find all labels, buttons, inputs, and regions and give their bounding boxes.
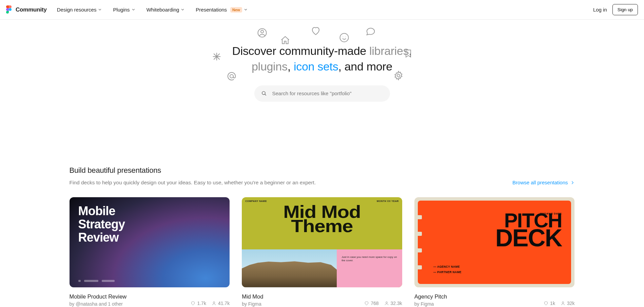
hero-highlight: icon sets [294,60,338,73]
user-circle-icon [257,28,267,38]
hero-suffix: , and more [338,60,392,73]
section-head: Build beautiful presentations Find decks… [70,166,575,186]
likes-stat: 1.7k [191,301,206,306]
heart-icon [191,301,195,306]
svg-point-9 [386,302,387,303]
card-author[interactable]: by Figma [242,301,263,307]
svg-point-6 [397,74,400,77]
user-icon [561,301,565,306]
signup-button[interactable]: Sign up [612,4,638,15]
thumb-meta-list: AGENCY NAME PARTNER NAME [433,263,462,274]
section-subtitle: Find decks to help you quickly design ou… [70,180,316,186]
nav-design-resources[interactable]: Design resources [57,7,102,13]
heart-icon [311,26,321,36]
users-stat: 32.3k [384,301,402,306]
cards-grid: MobileStrategyReview Mobile Product Revi… [70,197,575,307]
svg-point-10 [562,302,564,303]
users-count: 32k [567,301,575,306]
search-input[interactable] [272,90,383,97]
primary-nav: Design resources Plugins Whiteboarding P… [57,7,247,13]
svg-point-8 [213,302,215,303]
chevron-down-icon [244,8,247,11]
card-mid-mod: COMPANY NAME MONTH XX YEAR Mid ModTheme … [242,197,402,307]
likes-stat: 768 [364,301,378,306]
card-stats: 1k 32k [544,301,574,307]
search-icon [261,90,267,96]
logo[interactable]: Community [6,5,47,14]
card-stats: 768 32.3k [364,301,402,307]
svg-point-2 [340,34,348,42]
card-title[interactable]: Mid Mod [242,293,263,300]
nav-label: Plugins [113,7,130,13]
svg-point-0 [258,29,266,37]
section-title: Build beautiful presentations [70,166,575,175]
thumb-date-label: MONTH XX YEAR [377,200,399,202]
likes-count: 1.7k [197,301,206,306]
presentations-section: Build beautiful presentations Find decks… [63,166,582,307]
thumb-company-label: COMPANY NAME [245,200,267,202]
chat-icon [366,26,376,37]
chevron-down-icon [181,8,184,11]
likes-count: 768 [371,301,378,306]
likes-count: 1k [550,301,555,306]
auth-area: Log in Sign up [593,4,638,15]
card-mobile-product-review: MobileStrategyReview Mobile Product Revi… [70,197,230,307]
thumb-title: MobileStrategyReview [78,205,125,244]
chevron-down-icon [132,8,135,11]
likes-stat: 1k [544,301,555,306]
users-count: 32.3k [391,301,402,306]
thumb-partner-label: PARTNER NAME [433,270,462,274]
nav-whiteboarding[interactable]: Whiteboarding [147,7,184,13]
card-agency-pitch: TODAY'S DATE PITCHDECK AGENCY NAME PARTN… [414,197,575,307]
thumb-date-label: TODAY'S DATE [540,212,562,215]
thumb-aside-text: Just in case you need more space for cop… [341,255,397,263]
users-stat: 32k [561,301,575,306]
thumb-aside: Just in case you need more space for cop… [337,249,402,287]
nav-label: Whiteboarding [147,7,179,13]
new-badge: New [230,7,242,13]
hero-title: Discover community-made libraries, plugi… [0,43,644,75]
header: Community Design resources Plugins White… [0,0,644,20]
thumb-title: PITCHDECK [433,212,562,248]
thumb-footer-lines [78,280,115,282]
nav-presentations[interactable]: Presentations New [196,7,247,13]
thumb-title: Mid ModTheme [242,205,402,233]
hero-word-libraries: libraries [369,44,409,57]
hero-sep2: , [288,60,294,73]
logo-text: Community [16,6,47,13]
binder-holes-icon [416,201,423,284]
smile-icon [339,33,349,43]
figma-logo-icon [6,5,12,14]
card-thumb[interactable]: COMPANY NAME MONTH XX YEAR Mid ModTheme … [242,197,402,287]
thumb-photo [242,249,337,287]
browse-link-label: Browse all presentations [512,180,568,185]
login-link[interactable]: Log in [593,7,607,13]
card-thumb[interactable]: TODAY'S DATE PITCHDECK AGENCY NAME PARTN… [414,197,575,287]
nav-label: Design resources [57,7,97,13]
user-icon [384,301,389,306]
card-stats: 1.7k 41.7k [191,301,230,307]
search-bar[interactable] [254,85,390,102]
nav-plugins[interactable]: Plugins [113,7,135,13]
thumb-agency-label: AGENCY NAME [433,265,462,268]
heart-icon [544,301,548,306]
chevron-down-icon [98,8,101,11]
browse-all-link[interactable]: Browse all presentations [512,180,574,185]
card-title[interactable]: Agency Pitch [414,293,447,300]
hero-sep1: , [409,44,412,57]
heart-icon [364,301,369,306]
hero-word-plugins: plugins [252,60,288,73]
hero-prefix: Discover community-made [232,44,369,57]
users-count: 41.7k [218,301,230,306]
card-author[interactable]: by @natasha and 1 other [70,301,127,307]
svg-point-5 [230,75,233,78]
nav-label: Presentations [196,7,227,13]
users-stat: 41.7k [212,301,230,306]
svg-point-1 [261,30,264,33]
user-icon [212,301,216,306]
card-thumb[interactable]: MobileStrategyReview [70,197,230,287]
hero: Discover community-made libraries, plugi… [0,20,644,122]
card-author[interactable]: by Figma [414,301,447,307]
card-title[interactable]: Mobile Product Review [70,293,127,300]
